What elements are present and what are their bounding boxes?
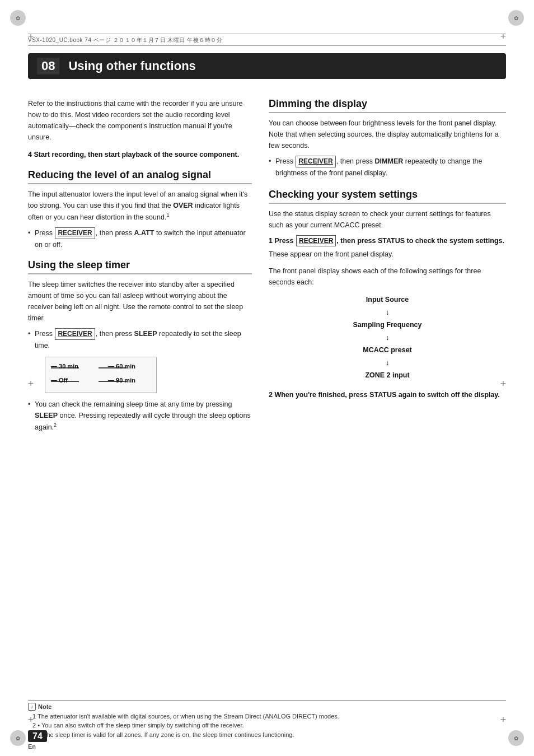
footnote-line1: 1 The attenuator isn't available with di… [28, 712, 506, 721]
footnote-line3: • The sleep timer is valid for all zones… [28, 730, 506, 740]
settings-diagram: Input Source ↓ Sampling Frequency ↓ MCAC… [269, 293, 506, 382]
label-90min: — 90 min [108, 377, 135, 384]
sleep-diagram: — 30 min — 60 min — Off — 90 min [45, 357, 157, 393]
footnote-1: 1 [166, 212, 169, 218]
dimming-bullet: Press RECEIVER, then press DIMMER repeat… [269, 156, 506, 179]
diag-zone2: ZONE 2 input [365, 371, 409, 379]
chapter-number: 08 [37, 58, 59, 74]
main-content: Refer to the instructions that came with… [28, 92, 506, 706]
analog-signal-section: Reducing the level of an analog signal T… [28, 169, 252, 250]
label-30min: — 30 min [51, 363, 78, 370]
receiver-box-1: RECEIVER [55, 227, 95, 239]
header-bar-text: VSX-1020_UC.book 74 ページ ２０１０年１月７日 木曜日 午後… [28, 37, 222, 43]
diag-arrow2: ↓ [269, 332, 506, 344]
corner-decoration-br: ✿ [508, 730, 524, 746]
note-icon: ♪ [28, 703, 36, 711]
step4-text: 4 Start recording, then start playback o… [28, 150, 252, 160]
diag-arrow1: ↓ [269, 306, 506, 319]
sleep-bullet2: You can check the remaining sleep time a… [28, 399, 252, 433]
footer-note: ♪ Note 1 The attenuator isn't available … [28, 700, 506, 740]
label-60min: — 60 min [108, 363, 135, 370]
footnote-line2: 2 • You can also switch off the sleep ti… [28, 721, 506, 730]
system-settings-text: Use the status display screen to check y… [269, 208, 506, 231]
step1-desc2: The front panel display shows each of th… [269, 265, 506, 288]
left-column: Refer to the instructions that came with… [28, 92, 252, 706]
receiver-box-4: RECEIVER [296, 235, 336, 246]
analog-signal-text: The input attenuator lowers the input le… [28, 189, 252, 223]
system-settings-section: Checking your system settings Use the st… [269, 189, 506, 400]
sleep-timer-heading: Using the sleep timer [28, 259, 252, 274]
step1-label: 1 Press RECEIVER, then press STATUS to c… [269, 235, 506, 246]
note-label: Note [38, 703, 51, 710]
dimming-text: You can choose between four brightness l… [269, 118, 506, 151]
chapter-title: Using other functions [68, 59, 195, 73]
chapter-header: 08 Using other functions [28, 53, 506, 79]
intro-text: Refer to the instructions that came with… [28, 98, 252, 143]
label-off: — Off [51, 377, 68, 384]
sleep-timer-text: The sleep timer switches the receiver in… [28, 279, 252, 324]
corner-decoration-tl: ✿ [10, 10, 26, 26]
page-number: 74 [28, 730, 47, 742]
system-settings-heading: Checking your system settings [269, 189, 506, 204]
dimming-section: Dimming the display You can choose betwe… [269, 98, 506, 179]
corner-decoration-bl: ✿ [10, 730, 26, 746]
page-lang: En [28, 743, 36, 750]
step2-label: 2 When you're finished, press STATUS aga… [269, 390, 506, 400]
diag-mcacc: MCACC preset [363, 346, 412, 354]
right-column: Dimming the display You can choose betwe… [269, 92, 506, 706]
diag-sampling: Sampling Frequency [353, 321, 422, 329]
sleep-bullet1: Press RECEIVER, then press SLEEP repeate… [28, 328, 252, 351]
dimming-heading: Dimming the display [269, 98, 506, 113]
receiver-box-3: RECEIVER [296, 156, 335, 167]
analog-bullet: Press RECEIVER, then press A.ATT to swit… [28, 227, 252, 250]
step1-desc1: These appear on the front panel display. [269, 249, 506, 260]
receiver-box-2: RECEIVER [55, 328, 95, 340]
header-bar: VSX-1020_UC.book 74 ページ ２０１０年１月７日 木曜日 午後… [28, 34, 506, 46]
page-number-area: 74 En [28, 731, 47, 750]
diag-input-source: Input Source [366, 296, 409, 304]
footnote-2: 2 [54, 422, 57, 428]
sleep-timer-section: Using the sleep timer The sleep timer sw… [28, 259, 252, 433]
corner-decoration-tr: ✿ [508, 10, 524, 26]
note-header: ♪ Note [28, 703, 506, 711]
diag-arrow3: ↓ [269, 357, 506, 370]
analog-signal-heading: Reducing the level of an analog signal [28, 169, 252, 184]
